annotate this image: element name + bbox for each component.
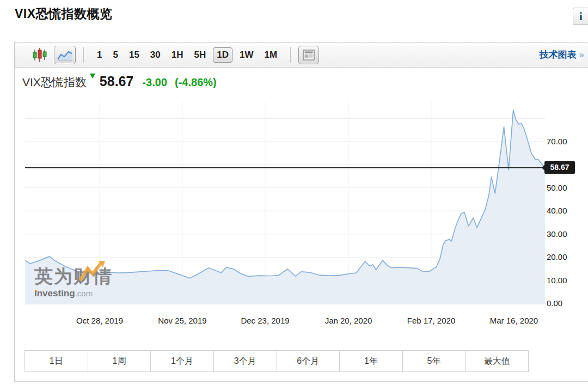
y-axis-label: 20.00 <box>547 253 579 261</box>
toolbar-separator <box>83 47 84 63</box>
x-axis-label: Jan 20, 2020 <box>310 316 387 325</box>
period-button-5年[interactable]: 5年 <box>402 350 466 372</box>
period-button-最大值[interactable]: 最大值 <box>465 350 529 372</box>
interval-1m[interactable]: 1M <box>259 47 283 63</box>
y-axis-label: 0.00 <box>547 299 579 308</box>
interval-5h[interactable]: 5H <box>189 47 212 63</box>
y-axis-label: 10.00 <box>547 276 579 285</box>
interval-1[interactable]: 1 <box>91 47 107 63</box>
candlestick-chart-button[interactable] <box>32 48 47 62</box>
interval-1w[interactable]: 1W <box>234 47 259 63</box>
interval-1h[interactable]: 1H <box>166 47 189 63</box>
price-chart[interactable] <box>25 101 545 305</box>
news-view-button[interactable] <box>298 46 319 64</box>
x-axis-label: Oct 28, 2019 <box>62 316 138 325</box>
down-arrow-icon <box>90 74 95 78</box>
line-chart-button[interactable] <box>54 46 76 64</box>
info-icon[interactable]: i <box>573 8 588 25</box>
y-axis-label: 30.00 <box>547 230 579 239</box>
line-chart-icon <box>57 48 73 62</box>
toolbar-separator <box>290 47 291 63</box>
candlestick-icon <box>32 48 47 62</box>
news-view-icon <box>303 50 315 60</box>
interval-15[interactable]: 15 <box>124 47 145 63</box>
y-axis-label: 40.00 <box>547 206 579 215</box>
chart-panel: 1515301H5H1D1W1M 技术图表 » VIX恐慌指数58.67-3.0… <box>14 42 588 382</box>
y-axis-label: 50.00 <box>547 184 579 192</box>
x-axis-label: Dec 23, 2019 <box>227 316 303 325</box>
x-axis-label: Nov 25, 2019 <box>144 316 220 325</box>
price-change: -3.00 <box>142 76 167 88</box>
period-button-1年[interactable]: 1年 <box>339 350 403 372</box>
interval-5[interactable]: 5 <box>107 47 123 63</box>
page-title: VIX恐慌指数概览 <box>15 5 113 22</box>
instrument-name: VIX恐慌指数 <box>22 76 87 88</box>
period-button-1日[interactable]: 1日 <box>24 350 88 372</box>
quote-row: VIX恐慌指数58.67-3.00(-4.86%) <box>22 74 217 90</box>
interval-1d[interactable]: 1D <box>213 47 232 63</box>
x-axis-label: Feb 17, 2020 <box>393 316 469 325</box>
period-button-1周[interactable]: 1周 <box>88 350 151 372</box>
price-change-percent: (-4.86%) <box>175 76 217 88</box>
technical-chart-link-label: 技术图表 <box>540 50 577 60</box>
chart-toolbar: 1515301H5H1D1W1M 技术图表 » <box>14 42 588 68</box>
interval-list: 1515301H5H1D1W1M <box>91 47 283 63</box>
technical-chart-link[interactable]: 技术图表 » <box>540 48 584 61</box>
period-button-row: 1日1周1个月3个月6个月1年5年最大值 <box>24 350 529 372</box>
x-axis-label: Mar 16, 2020 <box>476 316 552 325</box>
chevron-right-icon: » <box>579 50 584 60</box>
current-price-badge: 58.67 <box>544 161 575 174</box>
period-button-1个月[interactable]: 1个月 <box>150 350 214 372</box>
y-axis-label: 70.00 <box>547 137 579 146</box>
interval-30[interactable]: 30 <box>145 47 166 63</box>
period-button-3个月[interactable]: 3个月 <box>213 350 277 372</box>
period-button-6个月[interactable]: 6个月 <box>277 350 340 372</box>
last-price: 58.67 <box>100 74 134 89</box>
